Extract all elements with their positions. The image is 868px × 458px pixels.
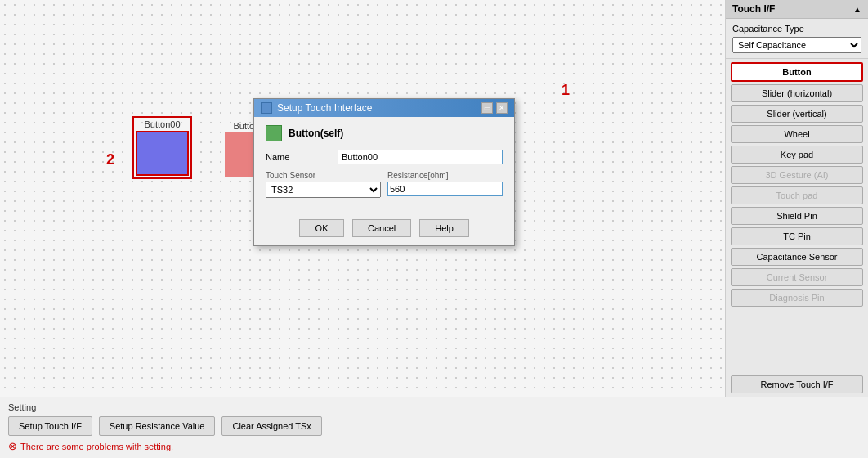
canvas-area: 2 3 Button00 Button01 Button02 1 Setup T… <box>0 0 725 397</box>
panel-btn-keypad[interactable]: Key pad <box>731 146 863 164</box>
panel-btn-tcpin[interactable]: TC Pin <box>731 227 863 245</box>
bottom-bar: Setting Setup Touch I/F Setup Resistance… <box>0 397 868 458</box>
canvas-button-0[interactable]: Button00 <box>132 116 192 179</box>
panel-header: Touch I/F ▲ <box>726 0 868 19</box>
clear-assigned-button[interactable]: Clear Assigned TSx <box>221 416 321 436</box>
panel-title: Touch I/F <box>732 3 775 15</box>
modal-maximize-button[interactable]: ▭ <box>481 102 493 114</box>
modal-status-row: Button(self) <box>266 125 503 141</box>
capacitance-label: Capacitance Type <box>732 24 861 34</box>
error-message: ⊗ There are some problems with setting. <box>8 440 860 452</box>
resistance-input[interactable] <box>387 182 503 196</box>
panel-buttons: Button Slider (horizontal) Slider (verti… <box>726 59 868 397</box>
help-button[interactable]: Help <box>419 219 469 237</box>
panel-btn-capsensor[interactable]: Capacitance Sensor <box>731 248 863 266</box>
setting-label: Setting <box>8 402 860 412</box>
setup-resistance-button[interactable]: Setup Resistance Value <box>99 416 216 436</box>
name-label: Name <box>266 152 331 162</box>
panel-btn-slider-h[interactable]: Slider (horizontal) <box>731 84 863 102</box>
setup-touch-if-button[interactable]: Setup Touch I/F <box>8 416 92 436</box>
setup-touch-modal: Setup Touch Interface ▭ ✕ Button(self) N… <box>253 98 515 246</box>
error-text: There are some problems with setting. <box>20 442 173 451</box>
modal-body: Button(self) Name Touch Sensor TS32 Resi… <box>254 117 514 214</box>
canvas-button-0-shape <box>136 131 189 176</box>
modal-icon <box>261 102 272 114</box>
touch-sensor-label: Touch Sensor <box>266 171 381 180</box>
panel-btn-touchpad: Touch pad <box>731 186 863 204</box>
step-label-1: 1 <box>562 82 570 99</box>
panel-btn-shieldpin[interactable]: Shield Pin <box>731 207 863 225</box>
capacitance-section: Capacitance Type Self Capacitance <box>726 19 868 59</box>
panel-btn-button[interactable]: Button <box>731 62 863 82</box>
touch-sensor-col: Touch Sensor TS32 <box>266 171 381 198</box>
name-row: Name <box>266 150 503 164</box>
resistance-label: Resistance[ohm] <box>387 171 503 180</box>
touch-sensor-select[interactable]: TS32 <box>266 182 381 198</box>
panel-collapse-button[interactable]: ▲ <box>853 5 861 14</box>
capacitance-select[interactable]: Self Capacitance <box>732 37 861 53</box>
step-label-2: 2 <box>106 151 114 168</box>
modal-footer: OK Cancel Help <box>254 214 514 245</box>
canvas-button-0-label: Button00 <box>144 119 180 129</box>
modal-titlebar: Setup Touch Interface ▭ ✕ <box>254 99 514 117</box>
modal-title: Setup Touch Interface <box>277 102 373 114</box>
panel-btn-slider-v[interactable]: Slider (vertical) <box>731 105 863 123</box>
panel-btn-diagnosispin: Diagnosis Pin <box>731 289 863 307</box>
resistance-col: Resistance[ohm] <box>387 171 503 198</box>
remove-touch-button[interactable]: Remove Touch I/F <box>731 375 863 393</box>
modal-close-button[interactable]: ✕ <box>496 102 508 114</box>
status-indicator <box>266 125 282 141</box>
sensor-resistance-row: Touch Sensor TS32 Resistance[ohm] <box>266 171 503 198</box>
right-panel: Touch I/F ▲ Capacitance Type Self Capaci… <box>725 0 868 397</box>
panel-btn-wheel[interactable]: Wheel <box>731 125 863 143</box>
ok-button[interactable]: OK <box>299 219 344 237</box>
panel-btn-currentsensor: Current Sensor <box>731 268 863 286</box>
modal-status-text: Button(self) <box>289 128 343 139</box>
bottom-buttons: Setup Touch I/F Setup Resistance Value C… <box>8 416 860 436</box>
error-icon: ⊗ <box>8 440 17 452</box>
name-input[interactable] <box>338 150 503 164</box>
panel-btn-3dgesture: 3D Gesture (AI) <box>731 166 863 184</box>
cancel-button[interactable]: Cancel <box>352 219 411 237</box>
